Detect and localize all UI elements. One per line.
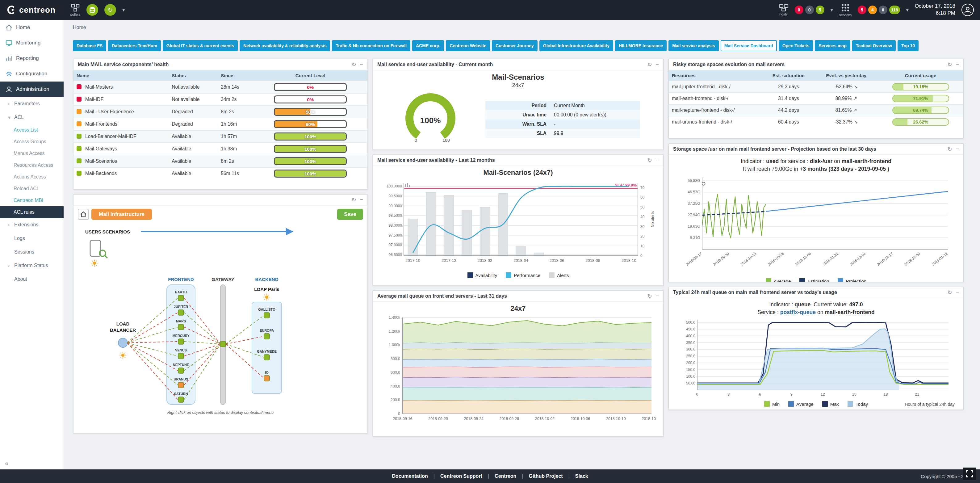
tab-acme-corp[interactable]: ACME corp. [412, 40, 444, 51]
sidebar-item-monitoring[interactable]: Monitoring [0, 35, 64, 51]
table-row[interactable]: Mail - User ExperienceDegraded8m 2s50% [73, 105, 368, 118]
table-row[interactable]: Load-Balancer-Mail-IDFAvailable1h 57m100… [73, 130, 368, 143]
table-row[interactable]: Mail-BackendsAvailable56m 11s100% [73, 167, 368, 179]
tab-global-infrastructure-availability[interactable]: Global Infrastructure Availability [539, 40, 613, 51]
footer-link-github-project[interactable]: Github Project [528, 473, 563, 479]
sidebar-item-centreon-mbi[interactable]: Centreon MBI [0, 194, 64, 206]
sidebar-item-about[interactable]: About [0, 273, 64, 286]
collapse-icon[interactable]: − [956, 289, 959, 296]
sidebar-item-access-groups[interactable]: Access Groups [0, 136, 64, 148]
latency-status-icon[interactable]: ↻ [104, 4, 116, 16]
footer-link-centreon[interactable]: Centreon [495, 473, 516, 479]
refresh-icon[interactable]: ↻ [647, 293, 652, 300]
table-row[interactable]: mail-neptune-frontend - disk-/44.2 days8… [669, 104, 963, 116]
level-bar-label: 50% [275, 109, 346, 115]
sidebar-item-resources-access[interactable]: Resources Access [0, 159, 64, 171]
refresh-icon[interactable]: ↻ [647, 157, 652, 164]
tab-mail-service-dashboard[interactable]: Mail Service Dashboard [721, 40, 777, 51]
tab-tactical-overview[interactable]: Tactical Overview [852, 40, 896, 51]
status-badge[interactable]: 4 [868, 6, 877, 14]
sidebar-item-actions-access[interactable]: Actions Access [0, 171, 64, 183]
svg-text:2018-11-08: 2018-11-08 [794, 251, 812, 266]
status-badge[interactable]: 0 [795, 6, 803, 14]
tab-database-fs[interactable]: Database FS [73, 40, 106, 51]
sidebar-item-sessions[interactable]: Sessions [0, 245, 64, 259]
user-avatar[interactable] [961, 4, 974, 16]
usage-bar-label: 26.62% [893, 120, 948, 124]
database-status-icon[interactable] [86, 4, 98, 16]
collapse-icon[interactable]: − [655, 157, 659, 164]
table-row[interactable]: Mail-GatewaysAvailable1h 38m100% [73, 143, 368, 155]
legend-item: Alerts [549, 273, 569, 278]
tab-hillmore-insurance[interactable]: HILLMORE Insurance [615, 40, 667, 51]
tab-customer-journey[interactable]: Customer Journey [492, 40, 538, 51]
sidebar-item-reload-acl[interactable]: Reload ACL [0, 183, 64, 194]
sidebar-item-home[interactable]: Home [0, 20, 64, 35]
services-chevron-down-icon[interactable]: ▾ [906, 7, 909, 13]
collapse-icon[interactable]: − [360, 196, 363, 203]
sidebar-item-reporting[interactable]: Reporting [0, 51, 64, 66]
hosts-status[interactable]: hosts [779, 4, 789, 16]
gateway-node[interactable] [220, 341, 226, 347]
status-badge[interactable]: 5 [816, 6, 824, 14]
table-row[interactable]: Mail-MastersNot available28m 14s0% [73, 81, 368, 93]
tab-centreon-website[interactable]: Centreon Website [446, 40, 490, 51]
collapse-icon[interactable]: − [360, 61, 363, 68]
save-button[interactable]: Save [337, 209, 363, 220]
footer-link-centreon-support[interactable]: Centreon Support [440, 473, 482, 479]
tab-network-availability-reliability-analysis[interactable]: Network availability & reliability analy… [240, 40, 330, 51]
table-row[interactable]: mail-uranus-frontend - disk-/60.4 days-3… [669, 116, 963, 128]
tab-mail-service-analysis[interactable]: Mail service analysis [668, 40, 719, 51]
sidebar-item-logs[interactable]: Logs [0, 232, 64, 245]
refresh-icon[interactable]: ↻ [947, 61, 952, 68]
sidebar-item-extensions[interactable]: ›Extensions [0, 218, 64, 232]
component-name: Mail-Backends [73, 167, 169, 179]
collapse-icon[interactable]: − [655, 61, 659, 68]
refresh-icon[interactable]: ↻ [352, 196, 356, 203]
svg-text:40: 40 [640, 215, 645, 219]
status-badge[interactable]: 0 [879, 6, 888, 14]
centreon-logo[interactable]: centreon [6, 5, 56, 15]
sidebar-collapse-icon[interactable]: « [5, 460, 8, 467]
status-badge[interactable]: 0 [805, 6, 814, 14]
tab-global-it-status-current-events[interactable]: Global IT status & current events [163, 40, 238, 51]
footer-link-documentation[interactable]: Documentation [392, 473, 428, 479]
collapse-icon[interactable]: − [956, 146, 959, 153]
status-square [76, 158, 81, 163]
sidebar-item-platform-status[interactable]: ›Platform Status [0, 259, 64, 273]
pollers-status[interactable]: pollers [70, 4, 80, 16]
tab-services-map[interactable]: Services map [815, 40, 850, 51]
tab-datacenters-tem-hum[interactable]: Datacenters Tem/Hum [108, 40, 161, 51]
refresh-icon[interactable]: ↻ [352, 61, 356, 68]
table-row[interactable]: mail-earth-frontend - disk-/31.4 days88.… [669, 92, 963, 104]
footer-link-slack[interactable]: Slack [575, 473, 588, 479]
sidebar-item-configuration[interactable]: Configuration [0, 66, 64, 81]
status-badge[interactable]: 118 [889, 6, 900, 14]
legend-item: Today [848, 401, 868, 407]
table-row[interactable]: Mail-FrontendsDegraded1h 16m60% [73, 118, 368, 130]
status-badge[interactable]: 5 [858, 6, 866, 14]
table-row[interactable]: Mail-IDFNot available34m 2s0% [73, 93, 368, 105]
tab-trafic-nb-connection-on-firewall[interactable]: Trafic & Nb connection on Firewall [332, 40, 410, 51]
text-segment: mail-earth-frontend [842, 158, 891, 164]
sidebar-item-administration[interactable]: Administration [0, 81, 64, 97]
refresh-icon[interactable]: ↻ [647, 61, 652, 68]
sidebar-item-acl-rules[interactable]: ACL rules [0, 206, 64, 218]
table-row[interactable]: mail-jupiter-frontend - disk-/29.3 days-… [669, 81, 963, 92]
tab-top-10[interactable]: Top 10 [897, 40, 918, 51]
chevron-down-icon[interactable]: ▾ [122, 7, 125, 13]
sidebar-item-parameters[interactable]: ›Parameters [0, 97, 64, 110]
tab-open-tickets[interactable]: Open Tickets [779, 40, 813, 51]
fullscreen-button[interactable] [963, 467, 976, 480]
sidebar-item-menus-access[interactable]: Menus Access [0, 148, 64, 159]
sidebar-item-access-list[interactable]: Access List [0, 124, 64, 136]
collapse-icon[interactable]: − [655, 293, 659, 300]
breadcrumb[interactable]: Home [73, 25, 971, 30]
table-row[interactable]: Mail-ScenariosAvailable8m 2s100% [73, 155, 368, 167]
refresh-icon[interactable]: ↻ [947, 289, 952, 296]
hosts-chevron-down-icon[interactable]: ▾ [830, 7, 833, 13]
services-status[interactable]: services [839, 3, 851, 17]
refresh-icon[interactable]: ↻ [947, 146, 952, 153]
collapse-icon[interactable]: − [956, 61, 959, 68]
sidebar-item-acl[interactable]: ▾ACL [0, 110, 64, 124]
